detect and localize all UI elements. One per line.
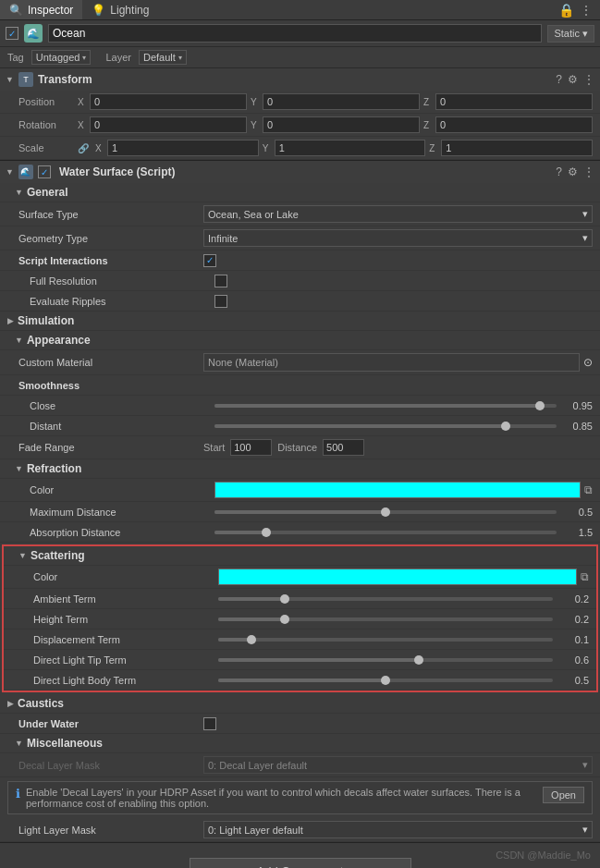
rotation-z-input[interactable] <box>435 116 593 133</box>
layer-dropdown[interactable]: Default ▾ <box>139 50 187 65</box>
help-icon-transform[interactable]: ? <box>556 73 562 86</box>
fade-distance-input[interactable] <box>323 439 364 456</box>
y-label-rot: Y <box>251 120 260 130</box>
static-button[interactable]: Static ▾ <box>547 25 594 43</box>
scale-row: Scale 🔗 X Y Z <box>0 137 600 160</box>
general-group-header[interactable]: ▼ General <box>0 183 600 202</box>
script-interactions-checkbox[interactable] <box>203 254 216 267</box>
water-surface-component: ▼ 🌊 Water Surface (Script) ? ⚙ ⋮ ▼ Gener… <box>0 161 600 843</box>
custom-material-row: Custom Material None (Material) ⊙ <box>0 350 600 375</box>
simulation-group-header[interactable]: ▶ Simulation <box>0 312 600 331</box>
surface-type-dropdown[interactable]: Ocean, Sea or Lake ▾ <box>203 205 593 223</box>
settings-icon-water[interactable]: ⚙ <box>568 165 578 178</box>
more-icon-water[interactable]: ⋮ <box>583 165 594 178</box>
layer-dropdown-arrow: ▾ <box>178 54 182 62</box>
close-slider-track[interactable] <box>214 404 557 408</box>
evaluate-ripples-value <box>214 295 593 308</box>
water-surface-header[interactable]: ▼ 🌊 Water Surface (Script) ? ⚙ ⋮ <box>0 161 600 183</box>
refraction-color-pick[interactable]: ⧉ <box>584 483 593 496</box>
ambient-term-slider-thumb[interactable] <box>280 594 289 604</box>
misc-group-header[interactable]: ▼ Miscellaneous <box>0 734 600 753</box>
geometry-type-label: Geometry Type <box>18 233 203 244</box>
close-slider-thumb[interactable] <box>535 401 545 410</box>
max-distance-slider: 0.5 <box>214 507 593 518</box>
custom-material-value: None (Material) ⊙ <box>203 353 593 372</box>
tab-inspector-label: Inspector <box>28 4 73 17</box>
direct-light-body-slider-thumb[interactable] <box>381 676 390 685</box>
fade-start-input[interactable] <box>230 439 272 456</box>
ambient-term-slider-fill <box>218 597 285 601</box>
absorption-distance-slider-track[interactable] <box>214 531 557 534</box>
rotation-x-input[interactable] <box>90 116 247 133</box>
add-component-label: Add Component <box>257 864 344 868</box>
add-component-button[interactable]: Add Component <box>190 858 411 868</box>
material-pick-icon[interactable]: ⊙ <box>583 356 593 369</box>
appearance-group-header[interactable]: ▼ Appearance <box>0 331 600 350</box>
static-label: Static <box>554 28 580 39</box>
more-icon[interactable]: ⋮ <box>580 3 593 18</box>
position-y-input[interactable] <box>263 93 420 110</box>
tab-lighting[interactable]: 💡 Lighting <box>82 0 158 19</box>
info-text: Enable 'Decal Layers' in your HDRP Asset… <box>26 787 537 809</box>
max-distance-value-container: 0.5 <box>214 507 593 518</box>
height-term-slider-track[interactable] <box>218 617 553 621</box>
under-water-checkbox[interactable] <box>203 717 216 730</box>
script-interactions-value <box>203 254 593 267</box>
displacement-term-slider-thumb[interactable] <box>247 635 256 644</box>
simulation-label: Simulation <box>18 314 74 327</box>
fade-start-label: Start <box>203 442 225 453</box>
y-label-pos: Y <box>251 97 260 107</box>
refraction-group-header[interactable]: ▼ Refraction <box>0 459 600 479</box>
absorption-distance-slider-thumb[interactable] <box>262 528 271 537</box>
full-resolution-checkbox[interactable] <box>214 275 227 287</box>
lock-icon[interactable]: 🔒 <box>558 3 574 18</box>
direct-light-body-slider-track[interactable] <box>218 679 553 682</box>
caustics-triangle: ▶ <box>7 699 14 708</box>
fade-range-inputs: Start Distance <box>203 439 593 456</box>
scale-x-input[interactable] <box>107 140 259 156</box>
displacement-term-slider-track[interactable] <box>218 638 553 642</box>
light-layer-mask-dropdown[interactable]: 0: Light Layer default ▾ <box>203 821 593 838</box>
object-name-input[interactable] <box>48 24 542 43</box>
more-icon-transform[interactable]: ⋮ <box>583 73 594 86</box>
displacement-term-slider-val: 0.1 <box>557 634 589 645</box>
tab-bar: 🔍 Inspector 💡 Lighting 🔒 ⋮ <box>0 0 600 20</box>
decal-layer-mask-dropdown[interactable]: 0: Decal Layer default ▾ <box>203 756 593 774</box>
settings-icon-transform[interactable]: ⚙ <box>568 73 578 86</box>
refraction-color-swatch[interactable] <box>214 482 581 498</box>
max-distance-slider-val: 0.5 <box>560 507 593 518</box>
object-active-checkbox[interactable] <box>6 27 18 40</box>
tag-dropdown[interactable]: Untagged ▾ <box>31 50 92 65</box>
position-label: Position <box>18 96 74 107</box>
direct-light-tip-slider-thumb[interactable] <box>414 655 423 665</box>
x-label-scale: X <box>95 143 104 153</box>
scattering-color-pick[interactable]: ⧉ <box>581 570 589 583</box>
help-icon-water[interactable]: ? <box>556 165 562 178</box>
direct-light-body-slider-val: 0.5 <box>557 675 589 686</box>
open-button[interactable]: Open <box>543 787 584 803</box>
geometry-type-dropdown[interactable]: Infinite ▾ <box>203 229 593 247</box>
transform-header[interactable]: ▼ T Transform ? ⚙ ⋮ <box>0 68 600 91</box>
water-surface-active-checkbox[interactable] <box>38 165 51 178</box>
scattering-group-header[interactable]: ▼ Scattering <box>4 546 596 566</box>
position-x-input[interactable] <box>90 93 247 110</box>
max-distance-slider-track[interactable] <box>214 510 557 514</box>
distant-slider-val: 0.85 <box>560 421 593 432</box>
scale-y-input[interactable] <box>275 140 426 156</box>
caustics-group-header[interactable]: ▶ Caustics <box>0 694 600 714</box>
direct-light-tip-slider-track[interactable] <box>218 658 553 662</box>
distant-slider-track[interactable] <box>214 424 557 428</box>
evaluate-ripples-checkbox[interactable] <box>214 295 227 308</box>
decal-layer-mask-row: Decal Layer Mask 0: Decal Layer default … <box>0 753 600 777</box>
rotation-y-input[interactable] <box>263 116 420 133</box>
distant-slider-thumb[interactable] <box>501 422 510 431</box>
ambient-term-slider-track[interactable] <box>218 597 553 601</box>
scale-z-input[interactable] <box>441 140 593 156</box>
position-z-input[interactable] <box>435 93 593 110</box>
scattering-color-swatch[interactable] <box>218 568 577 585</box>
smoothness-label: Smoothness <box>18 380 203 391</box>
height-term-slider-thumb[interactable] <box>280 615 289 624</box>
tab-inspector[interactable]: 🔍 Inspector <box>0 0 82 19</box>
max-distance-slider-thumb[interactable] <box>381 507 390 517</box>
fade-range-label: Fade Range <box>18 442 203 453</box>
